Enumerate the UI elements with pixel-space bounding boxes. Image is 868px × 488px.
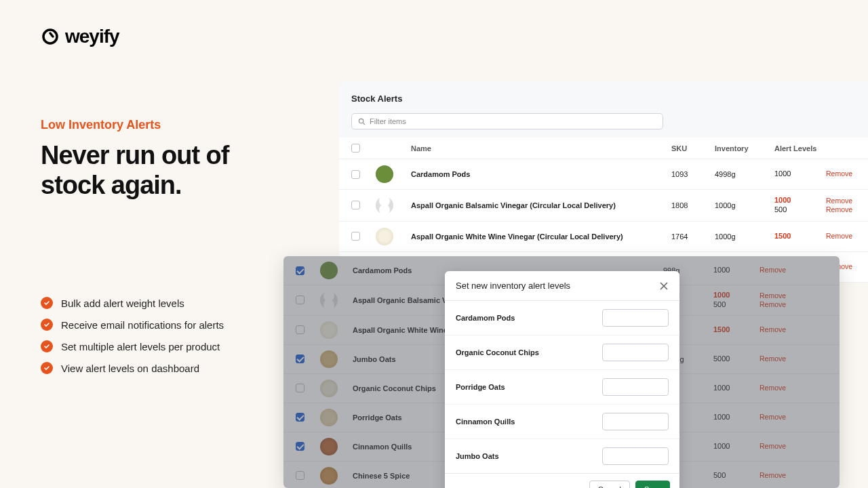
sku-cell: 1808: [671, 201, 712, 209]
stock-alerts-panel-dimmed: Cardamom Pods 998g 1000 Remove Aspall Or…: [283, 256, 840, 488]
brand-name: weyify: [65, 26, 119, 47]
product-thumb: [376, 165, 393, 183]
svg-point-1: [359, 119, 363, 123]
alert-cell: 1000500: [774, 196, 823, 215]
row-checkbox[interactable]: [351, 170, 360, 179]
product-name: Cardamom Pods: [411, 170, 669, 178]
hero-eyebrow: Low Inventory Alerts: [41, 118, 161, 132]
svg-point-0: [43, 30, 57, 43]
close-icon[interactable]: [659, 281, 669, 291]
check-icon: [41, 319, 53, 331]
remove-link[interactable]: Remove: [826, 197, 868, 205]
table-row: Aspall Organic Balsamic Vinegar (Circula…: [339, 190, 868, 222]
table-row: Cardamom Pods 1093 4998g 1000 Remove: [339, 159, 868, 190]
remove-link[interactable]: Remove: [826, 169, 868, 178]
modal-item-label: Porridge Oats: [456, 383, 505, 391]
modal-item-row: Cinnamon Quills: [445, 405, 679, 439]
product-name: Aspall Organic White Wine Vinegar (Circu…: [411, 232, 669, 241]
inventory-cell: 1000g: [715, 201, 772, 209]
table-header: Name SKU Inventory Alert Levels: [339, 138, 868, 159]
page-title: Stock Alerts: [339, 94, 868, 113]
product-name: Aspall Organic Balsamic Vinegar (Circula…: [411, 201, 669, 209]
modal-item-label: Cinnamon Quills: [456, 418, 515, 426]
feature-item: Receive email notifications for alerts: [41, 319, 224, 331]
alert-level-input[interactable]: [602, 309, 669, 327]
save-button[interactable]: Save: [635, 481, 670, 488]
filter-input[interactable]: Filter items: [351, 113, 663, 129]
select-all-checkbox[interactable]: [351, 144, 360, 152]
sku-cell: 1093: [671, 170, 712, 178]
modal-item-row: Cardamom Pods: [445, 301, 679, 336]
feature-list: Bulk add alert weight levels Receive ema…: [41, 297, 224, 374]
alert-levels-modal: Set new inventory alert levels Cardamom …: [445, 271, 679, 488]
svg-line-2: [363, 123, 365, 125]
remove-link[interactable]: Remove: [826, 232, 868, 241]
remove-link[interactable]: Remove: [826, 205, 868, 214]
modal-item-row: Jumbo Oats: [445, 439, 679, 473]
modal-item-label: Cardamom Pods: [456, 314, 515, 322]
inventory-cell: 1000g: [715, 232, 772, 241]
check-icon: [41, 340, 53, 352]
cancel-button[interactable]: Cancel: [589, 481, 630, 488]
stock-alerts-panel: Stock Alerts Filter items Studio 4 Name …: [339, 81, 868, 283]
feature-item: View alert levels on dashboard: [41, 362, 224, 374]
feature-item: Bulk add alert weight levels: [41, 297, 224, 309]
check-icon: [41, 362, 53, 374]
alert-level-input[interactable]: [602, 413, 669, 430]
alert-cell: 1000: [774, 169, 823, 179]
modal-title: Set new inventory alert levels: [456, 281, 570, 291]
search-icon: [358, 118, 366, 125]
alert-level-input[interactable]: [602, 378, 669, 396]
modal-item-label: Jumbo Oats: [456, 452, 499, 460]
modal-item-row: Porridge Oats: [445, 370, 679, 405]
brand-logo: weyify: [41, 26, 119, 47]
row-checkbox[interactable]: [351, 201, 360, 209]
sku-cell: 1764: [671, 232, 712, 241]
modal-item-row: Organic Coconut Chips: [445, 336, 679, 370]
product-thumb: [376, 228, 393, 245]
alert-level-input[interactable]: [602, 344, 669, 361]
row-checkbox[interactable]: [351, 232, 360, 241]
alert-level-input[interactable]: [602, 447, 669, 465]
modal-item-label: Organic Coconut Chips: [456, 348, 539, 357]
check-icon: [41, 297, 53, 309]
inventory-cell: 4998g: [715, 170, 772, 178]
alert-cell: 1500: [774, 232, 823, 241]
timer-icon: [41, 27, 60, 46]
product-thumb: [376, 197, 393, 214]
feature-item: Set multiple alert levels per product: [41, 340, 224, 352]
table-row: Aspall Organic White Wine Vinegar (Circu…: [339, 222, 868, 252]
hero-headline: Never run out of stock again.: [41, 141, 229, 200]
